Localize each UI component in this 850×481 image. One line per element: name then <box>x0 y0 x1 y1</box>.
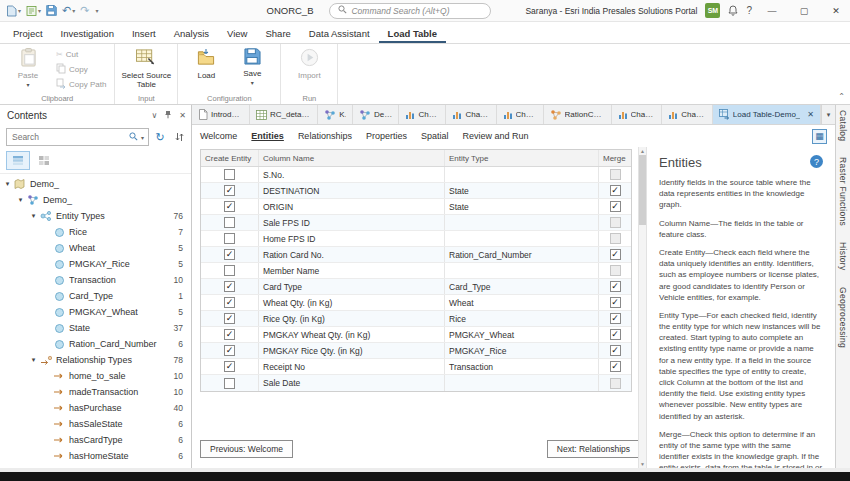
entity-type-cell[interactable] <box>445 263 599 278</box>
ribbon-tab-share[interactable]: Share <box>256 25 299 43</box>
doc-tab-introduction[interactable]: Introduction <box>192 105 250 124</box>
merge-checkbox[interactable]: ✓ <box>610 281 621 292</box>
tree-item-state[interactable]: State37 <box>0 320 191 336</box>
pin-icon[interactable] <box>164 110 172 121</box>
merge-checkbox[interactable] <box>610 217 621 228</box>
view-by-source-button[interactable] <box>32 151 56 170</box>
tree-item-hascardtype[interactable]: hasCardType6 <box>0 432 191 448</box>
doc-tab-chart-11[interactable]: Chart_11 <box>446 105 496 124</box>
scrollbar-thumb[interactable] <box>639 155 646 225</box>
column-header-merge[interactable]: Merge <box>599 150 631 166</box>
entity-type-cell[interactable]: Ration_Card_Number <box>445 247 599 262</box>
refresh-button[interactable]: ↻ <box>152 128 168 146</box>
entity-type-cell[interactable] <box>445 375 599 391</box>
doc-tab-chart-31[interactable]: Chart_31 <box>662 105 713 124</box>
step-tab-review-and-run[interactable]: Review and Run <box>462 131 528 141</box>
docked-tab-geoprocessing[interactable]: Geoprocessing <box>838 287 848 348</box>
view-by-drawing-order-button[interactable] <box>6 151 30 170</box>
create-entity-checkbox[interactable]: ✓ <box>224 297 235 308</box>
merge-checkbox[interactable]: ✓ <box>610 329 621 340</box>
sort-button[interactable] <box>171 128 187 146</box>
undo-icon[interactable]: ↶▾ <box>62 5 75 16</box>
select-source-table-button[interactable]: Select Source Table <box>120 47 172 90</box>
doc-tab-demo[interactable]: Demo_ <box>353 105 399 124</box>
signed-in-user[interactable]: Saranya - Esri India Presales Solutions … <box>525 6 697 16</box>
entity-type-cell[interactable]: State <box>445 199 599 214</box>
doc-tab-rationcardkg[interactable]: RationCardKG <box>544 105 612 124</box>
create-entity-checkbox[interactable]: ✓ <box>224 329 235 340</box>
tree-item-relationship-types[interactable]: ▾Relationship Types78 <box>0 352 191 368</box>
column-header-create-entity[interactable]: Create Entity <box>201 150 259 166</box>
column-header-column-name[interactable]: Column Name <box>259 150 445 166</box>
next-button[interactable]: Next: Relationships <box>547 440 640 458</box>
entity-type-cell[interactable] <box>445 231 599 246</box>
create-entity-checkbox[interactable] <box>224 378 235 389</box>
entity-type-cell[interactable]: Transaction <box>445 359 599 374</box>
doc-tab-rc-details-csv[interactable]: RC_details.csv <box>250 105 318 124</box>
help-button[interactable]: ? <box>746 5 752 16</box>
merge-checkbox[interactable]: ✓ <box>610 313 621 324</box>
entity-type-cell[interactable]: State <box>445 183 599 198</box>
tree-item-home-to-sale[interactable]: home_to_sale10 <box>0 368 191 384</box>
ribbon-tab-data-assistant[interactable]: Data Assistant <box>300 25 379 43</box>
close-button[interactable]: ✕ <box>824 6 848 16</box>
collapse-ribbon-button[interactable]: ⌃ <box>838 92 845 101</box>
tree-item-hassalestate[interactable]: hasSaleState6 <box>0 416 191 432</box>
user-avatar-badge[interactable]: SM <box>705 3 720 18</box>
notifications-icon[interactable] <box>728 5 738 16</box>
tab-overflow-icon[interactable]: ▾ <box>821 105 835 124</box>
create-entity-checkbox[interactable]: ✓ <box>224 185 235 196</box>
pane-menu-icon[interactable]: ∨ <box>151 111 157 120</box>
project-icon[interactable]: ▾ <box>6 5 21 17</box>
cut-button[interactable]: ✂Cut <box>53 47 109 62</box>
merge-checkbox[interactable]: ✓ <box>610 345 621 356</box>
contents-search-box[interactable]: ▾ <box>6 128 149 146</box>
create-entity-checkbox[interactable] <box>224 217 235 228</box>
command-search[interactable]: Command Search (Alt+Q) <box>329 3 491 19</box>
copy-path-button[interactable]: Copy Path <box>53 77 109 92</box>
docked-tab-history[interactable]: History <box>838 242 848 271</box>
ribbon-tab-investigation[interactable]: Investigation <box>52 25 123 43</box>
copy-button[interactable]: Copy <box>53 62 109 77</box>
pane-options-button[interactable]: ▦ <box>812 129 827 144</box>
step-tab-welcome[interactable]: Welcome <box>200 131 237 141</box>
merge-checkbox[interactable]: ✓ <box>610 297 621 308</box>
step-tab-relationships[interactable]: Relationships <box>298 131 352 141</box>
doc-tab-kg[interactable]: KG <box>318 105 353 124</box>
create-entity-checkbox[interactable]: ✓ <box>224 281 235 292</box>
create-entity-checkbox[interactable]: ✓ <box>224 345 235 356</box>
column-header-entity-type[interactable]: Entity Type <box>445 150 599 166</box>
save-icon[interactable] <box>46 5 57 16</box>
docked-tab-catalog[interactable]: Catalog <box>838 110 848 141</box>
tree-item-transaction[interactable]: Transaction10 <box>0 272 191 288</box>
load-button[interactable]: Load <box>183 47 229 80</box>
ribbon-tab-analysis[interactable]: Analysis <box>165 25 218 43</box>
vertical-scrollbar[interactable]: ▲ ▼ <box>638 147 647 468</box>
doc-tab-chart-1[interactable]: Chart_1 <box>399 105 446 124</box>
ribbon-tab-project[interactable]: Project <box>4 25 52 43</box>
create-entity-checkbox[interactable]: ✓ <box>224 201 235 212</box>
merge-checkbox[interactable] <box>610 169 621 180</box>
entity-type-cell[interactable]: PMGKAY_Rice <box>445 343 599 358</box>
entity-type-cell[interactable]: Card_Type <box>445 279 599 294</box>
save-configuration-button[interactable]: Save ▾ <box>229 47 275 87</box>
maximize-button[interactable]: ▢ <box>792 6 816 16</box>
merge-checkbox[interactable]: ✓ <box>610 249 621 260</box>
step-tab-entities[interactable]: Entities <box>251 131 284 141</box>
merge-checkbox[interactable] <box>610 265 621 276</box>
merge-checkbox[interactable] <box>610 233 621 244</box>
entity-type-cell[interactable]: Wheat <box>445 295 599 310</box>
doc-tab-load-table-demo[interactable]: Load Table-Demo_✕ <box>713 105 821 124</box>
help-icon[interactable]: ? <box>810 155 823 168</box>
previous-button[interactable]: Previous: Welcome <box>200 440 293 458</box>
tree-item-madetransaction[interactable]: madeTransaction10 <box>0 384 191 400</box>
tree-item-haspurchase[interactable]: hasPurchase40 <box>0 400 191 416</box>
merge-checkbox[interactable]: ✓ <box>610 361 621 372</box>
tree-item-pmgkay-rice[interactable]: PMGKAY_Rice5 <box>0 256 191 272</box>
create-entity-checkbox[interactable] <box>224 265 235 276</box>
merge-checkbox[interactable]: ✓ <box>610 185 621 196</box>
create-entity-checkbox[interactable]: ✓ <box>224 361 235 372</box>
doc-tab-chart-32[interactable]: Chart_32 <box>612 105 663 124</box>
tree-item-pmgkay-wheat[interactable]: PMGKAY_Wheat5 <box>0 304 191 320</box>
create-entity-checkbox[interactable] <box>224 169 235 180</box>
